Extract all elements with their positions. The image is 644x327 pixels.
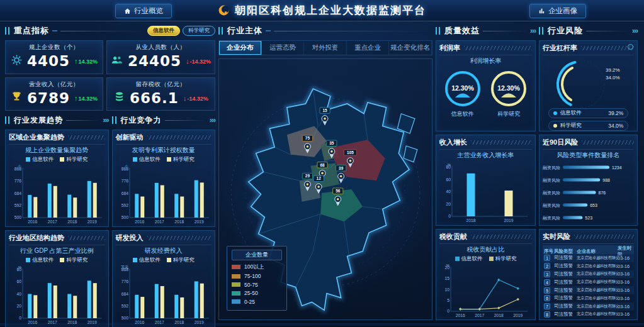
table-row[interactable]: 5司法预警北京启迪卓越科技有限公司03-16 bbox=[543, 286, 634, 294]
panel-ornament-icon bbox=[5, 116, 11, 124]
company-name: 北京启迪卓越科技有限公司 bbox=[577, 287, 618, 293]
more-arrows-icon[interactable]: ››› bbox=[210, 116, 215, 125]
quality-column: 质量效益 ››› 利润率 利润增长率 12.30%信息软件12.30%科学研究 … bbox=[436, 25, 536, 320]
more-arrows-icon[interactable]: ››› bbox=[632, 26, 638, 35]
tab-5[interactable]: 规企变化排名 bbox=[389, 41, 432, 55]
chart-card-profit: 利润率 利润增长率 12.30%信息软件12.30%科学研究 bbox=[436, 40, 536, 131]
svg-text:2017: 2017 bbox=[48, 320, 57, 324]
subpanel-title: 实时风险 bbox=[543, 231, 634, 244]
panel-ornament-icon bbox=[5, 27, 11, 35]
table-row[interactable]: 4司法预警北京启迪卓越科技有限公司03-16 bbox=[543, 278, 634, 286]
svg-text:105: 105 bbox=[347, 150, 354, 155]
svg-text:融资风险: 融资风险 bbox=[543, 165, 560, 170]
svg-text:12.30%: 12.30% bbox=[497, 84, 520, 92]
svg-text:0: 0 bbox=[448, 214, 451, 218]
svg-text:776: 776 bbox=[121, 279, 128, 284]
svg-text:500: 500 bbox=[121, 316, 128, 320]
panel-header-kpi: 重点指标 信息软件科学研究 bbox=[5, 25, 215, 37]
chart-card-gdp-share: 行业地区结构趋势 行业 GDP 占第三产业比例 信息软件科学研究 0204060… bbox=[5, 230, 109, 327]
map-legend-item: 25-50 bbox=[232, 290, 282, 296]
legend-item: 科学研究 bbox=[167, 257, 195, 264]
kpi-value: 6789 bbox=[27, 90, 70, 106]
svg-text:融资风险: 融资风险 bbox=[543, 191, 560, 196]
svg-text:15: 15 bbox=[322, 108, 327, 113]
map-legend-item: 0-25 bbox=[232, 299, 282, 305]
industry-filter-group: 信息软件科学研究 bbox=[147, 26, 215, 36]
risk-type: 司法预警 bbox=[554, 279, 577, 285]
chart-title: 税收贡献占比 bbox=[439, 244, 532, 255]
nav-industry-overview[interactable]: 行业概览 bbox=[115, 4, 172, 18]
tab-3[interactable]: 对外投资 bbox=[304, 41, 347, 55]
svg-text:2017: 2017 bbox=[475, 313, 484, 318]
risk-type: 司法预警 bbox=[554, 255, 577, 261]
svg-text:20: 20 bbox=[17, 304, 22, 308]
tab-4[interactable]: 重点企业 bbox=[347, 41, 390, 55]
table-row[interactable]: 6司法预警北京启迪卓越科技有限公司03-16 bbox=[543, 294, 634, 302]
kpi-delta: ↑14.32% bbox=[74, 94, 98, 102]
subpanel-title: 税收贡献 bbox=[439, 231, 532, 244]
hatch-decoration bbox=[581, 46, 634, 50]
filter-pill-active[interactable]: 信息软件 bbox=[147, 26, 180, 36]
kpi-card-1: 规上企业数（个）4405↑14.32% bbox=[5, 40, 103, 74]
table-row[interactable]: 1司法预警北京启迪卓越科技有限公司03-16 bbox=[543, 254, 634, 262]
svg-text:988: 988 bbox=[602, 178, 610, 182]
legend-item: 科学研究 bbox=[60, 257, 88, 264]
nav-enterprise-portrait[interactable]: 企业画像 bbox=[529, 4, 586, 18]
kpi-card-4: 留存税收（亿元）666.1↓-14.32% bbox=[106, 77, 215, 111]
svg-text:2016: 2016 bbox=[456, 313, 465, 318]
svg-text:592: 592 bbox=[121, 203, 128, 208]
gauge-label: 科学研究 bbox=[497, 110, 520, 118]
svg-text:个: 个 bbox=[17, 165, 21, 169]
svg-text:60: 60 bbox=[17, 279, 22, 284]
table-row[interactable]: 2司法预警北京启迪卓越科技有限公司03-16 bbox=[543, 262, 634, 270]
page-title: 朝阳区科创规上企业大数据监测平台 bbox=[235, 3, 426, 18]
panel-title: 行业主体 bbox=[227, 25, 263, 36]
map-legend-item: 75-100 bbox=[232, 273, 282, 279]
hatch-decoration bbox=[471, 235, 532, 239]
svg-text:592: 592 bbox=[121, 304, 128, 308]
trophy-icon bbox=[11, 91, 23, 105]
hatch-decoration bbox=[471, 140, 532, 145]
more-arrows-icon[interactable]: ››› bbox=[103, 116, 109, 125]
gear-icon[interactable] bbox=[628, 44, 633, 50]
company-name: 北京启迪卓越科技有限公司 bbox=[577, 296, 618, 301]
kpi-label: 留存税收（亿元） bbox=[111, 80, 211, 89]
chart-legend: 信息软件科学研究 bbox=[9, 257, 105, 264]
svg-text:2018: 2018 bbox=[466, 218, 475, 223]
svg-text:40: 40 bbox=[446, 189, 451, 194]
chart-card-patents: 创新驱动 发明专利累计授权数量 信息软件科学研究 500592684776868… bbox=[112, 130, 216, 227]
chart-card-income-growth: 收入增长 主营业务收入增长率 020406080%20182019 bbox=[436, 135, 536, 226]
panel-ornament-icon bbox=[436, 27, 441, 35]
table-row[interactable]: 3司法预警北京启迪卓越科技有限公司03-16 bbox=[543, 270, 634, 279]
trend-subcolumn: 行业发展趋势 ››› 区域企业集聚趋势 规上企业数量集聚趋势 信息软件科学研究 … bbox=[5, 114, 109, 327]
kpi-delta: ↑14.32% bbox=[74, 57, 98, 65]
app-title-bar: 朝阳区科创规上企业大数据监测平台 bbox=[218, 3, 426, 18]
risk-type: 司法预警 bbox=[554, 271, 577, 277]
risk-type: 司法预警 bbox=[554, 303, 577, 309]
tab-1[interactable]: 企业分布 bbox=[219, 41, 262, 55]
grouped-bar-chart: 020406080%2016201720182019 bbox=[9, 264, 105, 325]
row-index: 4 bbox=[544, 279, 550, 285]
district-map-card: 1575351056839291256 企业数量 100以上75-10050-7… bbox=[218, 58, 432, 320]
svg-text:68: 68 bbox=[320, 163, 325, 167]
kpi-label: 营业收入（亿元） bbox=[9, 80, 99, 89]
svg-text:%: % bbox=[446, 263, 450, 267]
company-name: 北京启迪卓越科技有限公司 bbox=[577, 279, 618, 285]
panel-header-subject: 行业主体 bbox=[218, 25, 432, 37]
occur-time: 03-16 bbox=[618, 279, 633, 285]
occur-time: 03-16 bbox=[618, 304, 633, 309]
legend-item: 科学研究 bbox=[489, 255, 517, 263]
table-row[interactable]: 7司法预警北京启迪卓越科技有限公司03-16 bbox=[543, 302, 634, 311]
svg-text:融资风险: 融资风险 bbox=[543, 216, 560, 221]
svg-text:10: 10 bbox=[444, 287, 449, 292]
more-arrows-icon[interactable]: ››› bbox=[530, 26, 536, 35]
dashboard: 重点指标 信息软件科学研究 规上企业数（个）4405↑14.32%从业人员数（人… bbox=[0, 21, 644, 323]
occur-time: 03-16 bbox=[618, 311, 633, 317]
filter-pill-inactive[interactable]: 科学研究 bbox=[183, 26, 215, 36]
grouped-bar-chart: 500592684776868个2016201720182019 bbox=[9, 164, 105, 224]
hatch-decoration bbox=[464, 46, 532, 50]
table-row[interactable]: 8司法预警北京启迪卓越科技有限公司03-16 bbox=[543, 311, 634, 319]
tab-2[interactable]: 运营态势 bbox=[262, 41, 305, 55]
people-icon bbox=[111, 53, 123, 69]
bar-chart-icon bbox=[538, 8, 545, 14]
